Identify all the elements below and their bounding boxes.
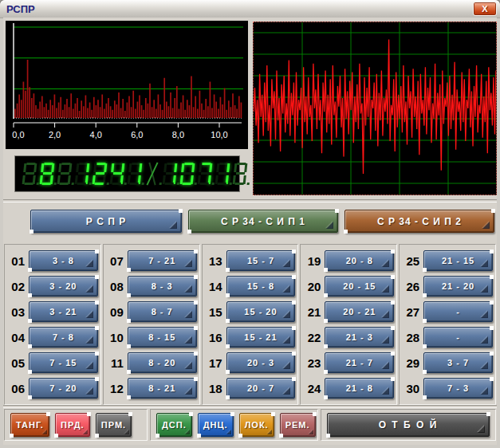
channel-07-button[interactable]: 7 - 21 [128, 250, 197, 271]
channel-23-button[interactable]: 21 - 7 [325, 352, 394, 373]
button-label: ДСП. [162, 420, 187, 430]
channel-row: 118 - 20 [106, 350, 197, 375]
channel-row: 088 - 3 [106, 273, 197, 299]
button-label: 7 - 3 [447, 383, 469, 393]
channel-22-button[interactable]: 21 - 3 [325, 327, 394, 348]
channel-28-button[interactable]: - [423, 327, 493, 348]
window-title: РСПР [0, 3, 473, 15]
led-segment [96, 172, 104, 175]
channel-13-button[interactable]: 15 - 7 [226, 250, 296, 271]
channel-number: 22 [303, 331, 321, 344]
led-segment [23, 163, 26, 172]
channel-number: 07 [106, 254, 124, 268]
led-segment [33, 163, 37, 172]
prd-button[interactable]: ПРД. [55, 413, 90, 437]
channel-24-button[interactable]: 21 - 8 [325, 378, 394, 399]
corner-triangle-icon [170, 222, 177, 229]
led-decimal-point [107, 183, 109, 185]
channel-18-button[interactable]: 20 - 7 [226, 378, 296, 399]
channel-number: 21 [303, 305, 321, 319]
channel-10-button[interactable]: 8 - 15 [128, 327, 197, 348]
channel-09-button[interactable]: 8 - 7 [128, 301, 197, 322]
waveform-chart[interactable] [253, 22, 497, 195]
button-label: С Р 34 - С И П 1 [221, 216, 305, 227]
button-label: ТАНГ. [16, 420, 44, 430]
led-digit [215, 163, 230, 185]
corner-triangle-icon [83, 430, 88, 434]
corner-triangle-icon [185, 362, 192, 369]
channel-row: 077 - 21 [106, 248, 197, 273]
channel-16-button[interactable]: 15 - 21 [226, 327, 296, 348]
channel-row: 307 - 3 [402, 375, 493, 401]
channel-06-button[interactable]: 7 - 20 [29, 378, 98, 399]
button-label: ПРД. [61, 420, 84, 430]
channel-20-button[interactable]: 20 - 15 [325, 276, 394, 297]
button-label: 3 - 20 [49, 281, 77, 291]
button-label: 20 - 21 [343, 307, 376, 316]
button-label: 7 - 21 [148, 256, 175, 265]
channel-19-button[interactable]: 20 - 8 [325, 250, 394, 271]
channel-column-panel: 2521 - 152621 - 2027-28-293 - 7307 - 3 [399, 244, 496, 405]
channel-grid: 013 - 8023 - 20033 - 21047 - 8057 - 1506… [4, 244, 496, 405]
channel-number: 20 [303, 280, 321, 293]
led-decimal-point [124, 183, 127, 185]
close-button[interactable]: X [473, 2, 497, 16]
button-label: 7 - 8 [53, 332, 74, 342]
channel-row: 108 - 15 [106, 324, 197, 350]
dnc-button[interactable]: ДНЦ. [198, 413, 234, 437]
button-label: 20 - 3 [247, 358, 274, 367]
corner-triangle-icon [185, 430, 190, 434]
led-segment [174, 163, 177, 172]
led-segment [93, 163, 96, 172]
channel-11-button[interactable]: 8 - 20 [128, 352, 197, 373]
button-label: 20 - 8 [346, 256, 373, 265]
divider [3, 405, 497, 408]
channel-number: 24 [303, 382, 321, 395]
otboy-button[interactable]: О Т Б О Й [327, 413, 490, 437]
button-label: ДНЦ. [203, 420, 228, 430]
channel-01-button[interactable]: 3 - 8 [29, 250, 98, 271]
button-label: С Р 34 - С И П 2 [377, 216, 462, 227]
channel-03-button[interactable]: 3 - 21 [29, 301, 98, 322]
corner-triangle-icon [382, 362, 389, 369]
channel-number: 28 [402, 331, 419, 344]
spectrum-chart[interactable]: 0,02,04,06,08,010,0 [6, 21, 248, 149]
led-segment [201, 172, 210, 175]
channel-30-button[interactable]: 7 - 3 [423, 378, 493, 399]
channel-04-button[interactable]: 7 - 8 [29, 327, 98, 348]
channel-29-button[interactable]: 3 - 7 [423, 352, 493, 373]
channel-17-button[interactable]: 20 - 3 [226, 352, 296, 373]
channel-21-button[interactable]: 20 - 21 [325, 301, 394, 322]
channel-25-button[interactable]: 21 - 15 [423, 250, 493, 271]
button-label: 3 - 8 [53, 256, 74, 265]
channel-26-button[interactable]: 21 - 20 [423, 276, 493, 297]
channel-02-button[interactable]: 3 - 20 [29, 276, 98, 297]
led-segment [104, 163, 107, 172]
channel-15-button[interactable]: 15 - 20 [226, 301, 296, 322]
led-digit [40, 163, 55, 185]
corner-triangle-icon [382, 387, 389, 395]
rem-button[interactable]: РЕМ. [280, 413, 316, 437]
sr34-sip1-button[interactable]: С Р 34 - С И П 1 [188, 210, 338, 233]
lok-button[interactable]: ЛОК. [239, 413, 274, 437]
channel-number: 18 [205, 382, 222, 395]
led-segment [60, 183, 69, 185]
channel-number: 03 [7, 305, 25, 319]
dsp-button[interactable]: ДСП. [156, 413, 192, 437]
corner-triangle-icon [86, 362, 93, 369]
button-label: 3 - 21 [49, 307, 77, 316]
channel-05-button[interactable]: 7 - 15 [29, 352, 98, 373]
sr34-sip2-button[interactable]: С Р 34 - С И П 2 [344, 210, 494, 233]
rspr-button[interactable]: Р С П Р [30, 210, 182, 233]
channel-27-button[interactable]: - [423, 301, 493, 322]
led-segment [43, 172, 52, 175]
channel-row: 2221 - 3 [303, 324, 394, 350]
channel-12-button[interactable]: 8 - 21 [128, 378, 197, 399]
titlebar[interactable]: РСПР X [0, 0, 500, 18]
prm-button[interactable]: ПРМ. [96, 413, 132, 437]
tang-button[interactable]: ТАНГ. [10, 413, 49, 437]
led-decimal-point [142, 183, 144, 185]
button-label: 20 - 15 [343, 281, 376, 291]
channel-08-button[interactable]: 8 - 3 [128, 276, 197, 297]
channel-14-button[interactable]: 15 - 8 [226, 276, 296, 297]
